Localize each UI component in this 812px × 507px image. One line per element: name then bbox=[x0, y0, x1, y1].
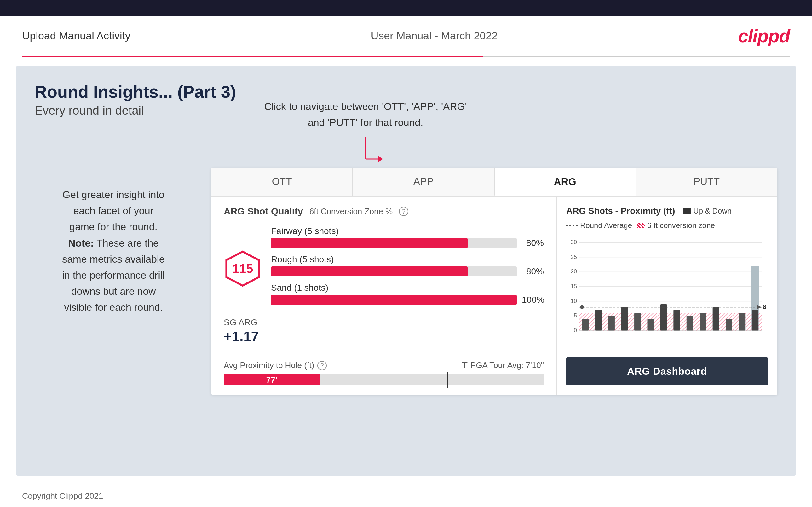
bar-row-0: Fairway (5 shots) 80% bbox=[271, 226, 544, 248]
proximity-header: Avg Proximity to Hole (ft) ? ⊤ PGA Tour … bbox=[224, 360, 544, 370]
proximity-section: Avg Proximity to Hole (ft) ? ⊤ PGA Tour … bbox=[224, 354, 544, 385]
clippd-logo: clippd bbox=[738, 25, 790, 46]
nav-arrow bbox=[356, 134, 394, 172]
bar-fill-0 bbox=[271, 238, 468, 248]
nav-hint-text: Click to navigate between 'OTT', 'APP', … bbox=[255, 99, 476, 131]
bar-label-2: Sand (1 shots) bbox=[271, 283, 544, 293]
bar-pct-0: 80% bbox=[522, 238, 544, 248]
svg-rect-21 bbox=[582, 319, 589, 331]
svg-rect-33 bbox=[739, 313, 746, 331]
legend-updown-label: Up & Down bbox=[693, 207, 731, 215]
legend-updown-box bbox=[683, 208, 691, 214]
nav-hint-area: Click to navigate between 'OTT', 'APP', … bbox=[255, 99, 476, 174]
desc-line3: game for the round. bbox=[69, 221, 157, 232]
legend-dashed-line bbox=[566, 225, 577, 226]
chart-title: ARG Shots - Proximity (ft) bbox=[566, 206, 675, 216]
desc-line1: Get greater insight into bbox=[62, 189, 164, 200]
header: Upload Manual Activity User Manual - Mar… bbox=[0, 16, 812, 56]
proximity-label-text: Avg Proximity to Hole (ft) bbox=[224, 360, 314, 370]
header-divider bbox=[22, 56, 790, 57]
legend-round-avg-label: Round Average bbox=[580, 221, 632, 230]
help-icon[interactable]: ? bbox=[399, 207, 408, 216]
svg-rect-34 bbox=[752, 310, 758, 331]
svg-rect-31 bbox=[713, 307, 719, 331]
left-panel: Get greater insight into each facet of y… bbox=[35, 130, 192, 316]
svg-rect-29 bbox=[687, 316, 693, 331]
desc-line2: each facet of your bbox=[73, 205, 153, 216]
bar-row-2: Sand (1 shots) 100% bbox=[271, 283, 544, 305]
proximity-help-icon[interactable]: ? bbox=[317, 361, 327, 370]
desc-line7: downs but are now bbox=[71, 286, 156, 297]
bar-track-0 bbox=[271, 238, 517, 248]
upload-label: Upload Manual Activity bbox=[22, 30, 131, 42]
bar-fill-1 bbox=[271, 267, 468, 277]
left-description: Get greater insight into each facet of y… bbox=[35, 187, 192, 316]
legend-conversion: 6 ft conversion zone bbox=[637, 221, 715, 230]
bar-pct-2: 100% bbox=[522, 295, 544, 305]
hex-score: 115 bbox=[224, 250, 261, 287]
content-layout: Click to navigate between 'OTT', 'APP', … bbox=[35, 130, 777, 395]
stats-header-sub: 6ft Conversion Zone % bbox=[309, 207, 393, 216]
svg-rect-25 bbox=[634, 313, 641, 331]
svg-rect-23 bbox=[608, 316, 615, 331]
tab-arg[interactable]: ARG bbox=[494, 168, 636, 196]
bar-track-1 bbox=[271, 267, 517, 277]
proximity-label: Avg Proximity to Hole (ft) ? bbox=[224, 360, 327, 370]
hex-score-row: 115 Fairway (5 shots) 80% Rough (5 shots… bbox=[224, 226, 544, 311]
legend-conversion-label: 6 ft conversion zone bbox=[647, 221, 715, 230]
copyright-text: Copyright Clippd 2021 bbox=[22, 491, 103, 501]
stats-header-label: ARG Shot Quality bbox=[224, 206, 303, 217]
desc-note-label: Note: bbox=[68, 237, 94, 249]
bar-label-1: Rough (5 shots) bbox=[271, 255, 544, 265]
hex-score-text: 115 bbox=[232, 262, 253, 276]
bar-pct-1: 80% bbox=[522, 267, 544, 277]
desc-line6: in the performance drill bbox=[62, 270, 164, 281]
stats-header: ARG Shot Quality 6ft Conversion Zone % ? bbox=[224, 206, 544, 217]
bars-section: Fairway (5 shots) 80% Rough (5 shots) 80… bbox=[271, 226, 544, 311]
svg-rect-24 bbox=[621, 307, 628, 331]
main-content: Round Insights... (Part 3) Every round i… bbox=[16, 66, 796, 475]
bar-row-1: Rough (5 shots) 80% bbox=[271, 255, 544, 277]
svg-rect-28 bbox=[673, 310, 680, 331]
dashboard-card: OTT APP ARG PUTT ARG Shot Quality 6ft Co… bbox=[211, 168, 777, 395]
svg-text:30: 30 bbox=[571, 239, 577, 245]
chart-col: ARG Shots - Proximity (ft) Up & Down Rou… bbox=[557, 196, 777, 395]
svg-point-36 bbox=[580, 305, 584, 309]
sg-section: SG ARG +1.17 bbox=[224, 318, 544, 344]
svg-rect-32 bbox=[726, 319, 732, 331]
footer: Copyright Clippd 2021 bbox=[0, 485, 812, 507]
bar-label-0: Fairway (5 shots) bbox=[271, 226, 544, 236]
svg-rect-30 bbox=[700, 313, 706, 331]
manual-label: User Manual - March 2022 bbox=[371, 30, 498, 42]
proximity-cursor bbox=[447, 372, 448, 388]
svg-text:0: 0 bbox=[574, 327, 577, 334]
chart-header: ARG Shots - Proximity (ft) Up & Down Rou… bbox=[566, 206, 768, 230]
dashboard-btn[interactable]: ARG Dashboard bbox=[566, 357, 768, 385]
svg-text:5: 5 bbox=[574, 313, 577, 319]
svg-text:10: 10 bbox=[571, 298, 577, 304]
svg-rect-20 bbox=[579, 313, 762, 331]
chart-svg: 0510152025308 bbox=[566, 236, 768, 343]
sg-label: SG ARG bbox=[224, 318, 544, 328]
card-body: ARG Shot Quality 6ft Conversion Zone % ?… bbox=[211, 196, 777, 395]
svg-text:20: 20 bbox=[571, 268, 577, 275]
tab-putt[interactable]: PUTT bbox=[636, 168, 777, 196]
svg-rect-27 bbox=[660, 304, 667, 331]
svg-marker-2 bbox=[378, 156, 383, 162]
svg-marker-38 bbox=[757, 305, 762, 309]
desc-line8: visible for each round. bbox=[64, 302, 163, 313]
svg-text:25: 25 bbox=[571, 254, 577, 260]
sg-value: +1.17 bbox=[224, 329, 544, 344]
proximity-value: 77' bbox=[266, 375, 277, 385]
chart-area: 0510152025308 bbox=[566, 236, 768, 351]
svg-text:8: 8 bbox=[763, 303, 766, 310]
proximity-bar-fill: 77' bbox=[224, 374, 320, 385]
svg-text:15: 15 bbox=[571, 283, 577, 289]
nav-hint-label: Click to navigate between 'OTT', 'APP', … bbox=[264, 101, 467, 128]
top-bar bbox=[0, 0, 812, 16]
legend-hatched-box bbox=[637, 223, 645, 228]
desc-line5: same metrics available bbox=[62, 253, 164, 265]
legend-round-avg: Round Average bbox=[566, 221, 632, 230]
bar-fill-2 bbox=[271, 295, 517, 305]
svg-rect-22 bbox=[595, 310, 602, 331]
